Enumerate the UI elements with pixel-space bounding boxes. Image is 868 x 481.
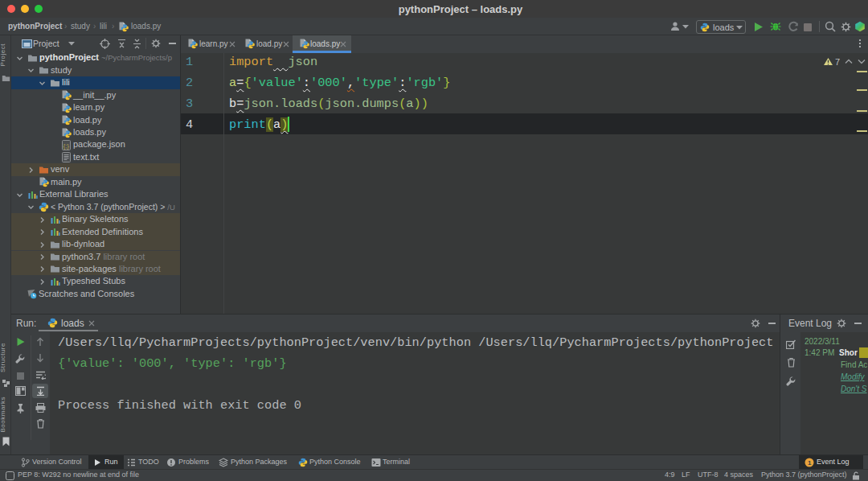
svg-text:1: 1 — [808, 459, 812, 467]
